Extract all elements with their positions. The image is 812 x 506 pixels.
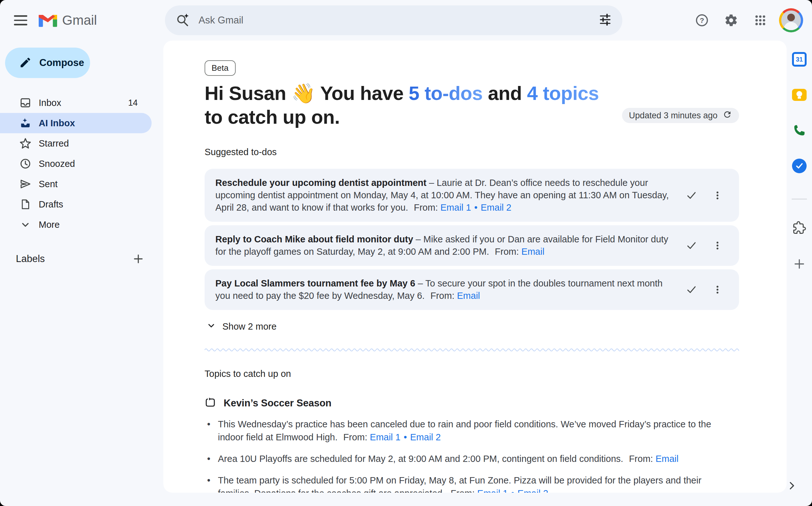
todo-actions — [683, 237, 726, 254]
link-separator: • — [511, 488, 514, 493]
help-button[interactable]: ? — [692, 10, 712, 31]
mark-done-button[interactable] — [683, 186, 700, 204]
document-icon — [19, 198, 32, 210]
todo-card-tournament-fee[interactable]: Pay Local Slammers tournament fee by May… — [204, 269, 739, 310]
gmail-app: Gmail ? — [0, 0, 812, 506]
link-separator: • — [474, 202, 477, 213]
topic-bullet: Area 10U Playoffs are scheduled for May … — [204, 452, 731, 466]
topics-section-header: Topics to catch up on — [204, 369, 739, 379]
todo-text: Reschedule your upcoming dentist appoint… — [215, 177, 673, 214]
topic-bullet-list: This Wednesday’s practice has been cance… — [204, 418, 739, 493]
more-options-button[interactable] — [709, 281, 726, 299]
todo-text: Reply to Coach Mike about field monitor … — [215, 233, 673, 258]
star-icon — [19, 137, 32, 150]
greeting-and: and — [483, 82, 527, 104]
app-name: Gmail — [62, 13, 97, 28]
todo-card-dentist[interactable]: Reschedule your upcoming dentist appoint… — [204, 169, 739, 222]
topic-bullet: The team party is scheduled for 5:00 PM … — [204, 474, 731, 493]
search-bar — [165, 5, 622, 35]
rail-add-icon[interactable] — [792, 257, 807, 271]
email-link[interactable]: Email 1 — [477, 488, 508, 493]
greeting-prefix: Hi Susan 👋 You have — [204, 82, 409, 104]
inbox-count: 14 — [128, 98, 138, 108]
topic-loop-icon — [204, 397, 216, 410]
search-input[interactable] — [198, 15, 599, 26]
tune-icon[interactable] — [599, 13, 612, 27]
refresh-icon — [723, 110, 732, 121]
email-link[interactable]: Email 2 — [518, 488, 548, 493]
tasks-icon[interactable] — [792, 159, 807, 173]
sidebar-item-label: Inbox — [39, 98, 61, 108]
updated-status-pill[interactable]: Updated 3 minutes ago — [622, 108, 739, 123]
wavy-divider — [204, 347, 739, 351]
topic-title: Kevin’s Soccer Season — [223, 398, 332, 409]
gmail-m-icon — [39, 13, 57, 28]
sidebar-nav: Inbox 14 AI Inbox Starred — [0, 93, 163, 235]
sidebar-item-snoozed[interactable]: Snoozed — [0, 154, 152, 174]
email-link[interactable]: Email 2 — [481, 202, 512, 213]
account-avatar[interactable] — [779, 8, 803, 32]
todo-card-list: Reschedule your upcoming dentist appoint… — [204, 169, 739, 310]
hamburger-menu-button[interactable] — [10, 10, 31, 31]
side-panel-rail: 31 — [787, 40, 812, 506]
todo-actions — [683, 186, 726, 204]
voice-icon[interactable] — [792, 123, 807, 138]
ai-inbox-icon — [19, 117, 32, 130]
settings-button[interactable] — [721, 10, 742, 31]
show-more-button[interactable]: Show 2 more — [204, 321, 277, 332]
sidebar: Compose Inbox 14 — [0, 40, 163, 506]
todos-count-highlight: 5 to-dos — [409, 82, 483, 104]
svg-text:?: ? — [700, 16, 704, 24]
compose-label: Compose — [39, 57, 84, 69]
inbox-icon — [19, 96, 32, 109]
sidebar-item-label: Sent — [39, 179, 58, 189]
todo-title: Pay Local Slammers tournament fee by May… — [215, 278, 415, 288]
email-link[interactable]: Email — [457, 290, 480, 301]
email-link[interactable]: Email 1 — [370, 432, 400, 442]
panel-toggle-chevron[interactable] — [783, 477, 801, 495]
apps-grid-button[interactable] — [750, 10, 771, 31]
todo-text: Pay Local Slammers tournament fee by May… — [215, 277, 673, 302]
link-separator: • — [404, 432, 407, 442]
from-label: From: — [343, 432, 367, 442]
compose-button[interactable]: Compose — [5, 48, 90, 78]
greeting-suffix: to catch up on. — [204, 106, 340, 128]
sidebar-item-label: More — [39, 220, 60, 230]
more-options-button[interactable] — [709, 186, 726, 204]
from-label: From: — [451, 488, 475, 493]
mark-done-button[interactable] — [683, 281, 700, 299]
sidebar-item-drafts[interactable]: Drafts — [0, 194, 152, 215]
from-label: From: — [430, 290, 455, 301]
updated-label: Updated 3 minutes ago — [629, 111, 717, 120]
sidebar-item-starred[interactable]: Starred — [0, 133, 152, 154]
from-label: From: — [495, 247, 519, 257]
calendar-icon[interactable]: 31 — [792, 52, 807, 67]
from-label: From: — [629, 454, 653, 464]
sidebar-item-label: Starred — [39, 138, 69, 149]
email-link[interactable]: Email 2 — [410, 432, 441, 442]
email-link[interactable]: Email — [522, 247, 545, 257]
send-icon — [19, 178, 32, 190]
chevron-down-icon — [19, 218, 32, 231]
mark-done-button[interactable] — [683, 237, 700, 254]
addons-puzzle-icon[interactable] — [792, 221, 807, 235]
email-link[interactable]: Email — [656, 454, 679, 464]
sidebar-item-ai-inbox[interactable]: AI Inbox — [0, 113, 152, 133]
sidebar-item-more[interactable]: More — [0, 215, 152, 235]
todo-card-coach-mike[interactable]: Reply to Coach Mike about field monitor … — [204, 225, 739, 266]
from-label: From: — [414, 202, 438, 213]
sidebar-item-sent[interactable]: Sent — [0, 174, 152, 194]
top-bar: Gmail ? — [0, 0, 812, 40]
clock-icon — [19, 157, 32, 170]
sidebar-item-label: AI Inbox — [39, 118, 75, 129]
topics-count-highlight: 4 topics — [527, 82, 599, 104]
more-options-button[interactable] — [709, 237, 726, 254]
bullet-text: Area 10U Playoffs are scheduled for May … — [218, 454, 623, 464]
gmail-logo: Gmail — [39, 13, 97, 28]
topic-header: Kevin’s Soccer Season — [204, 397, 739, 410]
add-label-button[interactable] — [129, 250, 147, 268]
keep-icon[interactable] — [792, 88, 807, 102]
sidebar-item-inbox[interactable]: Inbox 14 — [0, 93, 152, 113]
email-link[interactable]: Email 1 — [441, 202, 471, 213]
sidebar-item-label: Drafts — [39, 199, 63, 210]
